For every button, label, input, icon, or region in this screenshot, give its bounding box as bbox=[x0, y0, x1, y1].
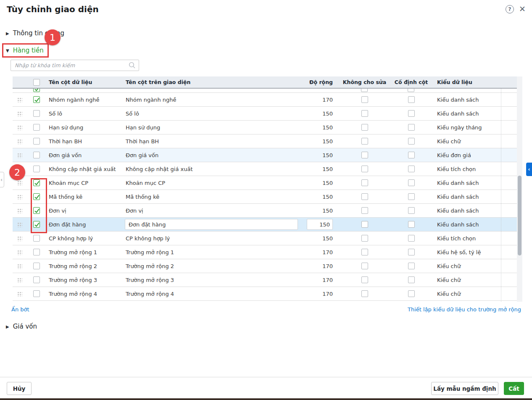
fixed-col-checkbox[interactable] bbox=[408, 179, 415, 186]
fixed-col-cell bbox=[393, 245, 429, 259]
no-edit-cell bbox=[336, 273, 393, 287]
row-checkbox[interactable] bbox=[33, 249, 40, 255]
default-template-button[interactable]: Lấy mẫu ngầm định bbox=[431, 382, 498, 395]
column-data-name: Đơn vị bbox=[47, 204, 124, 217]
fixed-col-checkbox[interactable] bbox=[408, 276, 415, 283]
extended-field-setup-link[interactable]: Thiết lập kiểu dữ liệu cho trường mở rộn… bbox=[408, 306, 521, 313]
cancel-button[interactable]: Hủy bbox=[7, 382, 32, 395]
no-edit-checkbox[interactable] bbox=[361, 96, 368, 103]
row-checkbox[interactable] bbox=[33, 96, 40, 103]
drag-handle[interactable] bbox=[13, 148, 26, 162]
width-input[interactable] bbox=[307, 219, 333, 230]
fixed-col-checkbox[interactable] bbox=[408, 138, 415, 145]
row-checkbox[interactable] bbox=[33, 235, 40, 242]
drag-dots-icon bbox=[17, 153, 22, 158]
drag-handle[interactable] bbox=[13, 287, 26, 300]
row-checkbox[interactable] bbox=[33, 152, 40, 158]
display-name-input[interactable] bbox=[125, 219, 298, 230]
drag-handle[interactable] bbox=[13, 273, 26, 287]
row-checkbox[interactable] bbox=[33, 290, 40, 297]
column-width-cell bbox=[300, 218, 336, 231]
section-gia-von[interactable]: ▶ Giá vốn bbox=[6, 323, 37, 330]
drag-handle[interactable] bbox=[13, 232, 26, 245]
no-edit-checkbox[interactable] bbox=[361, 207, 368, 214]
row-checkbox[interactable] bbox=[33, 263, 40, 269]
fixed-col-checkbox[interactable] bbox=[408, 193, 415, 200]
column-data-name: Trường mở rộng 3 bbox=[47, 273, 124, 287]
scrollbar-thumb[interactable] bbox=[518, 176, 521, 255]
row-checkbox[interactable] bbox=[33, 276, 40, 283]
fixed-col-cell bbox=[393, 107, 429, 120]
column-data-name: Nhóm ngành nghề bbox=[47, 93, 124, 106]
no-edit-checkbox[interactable] bbox=[361, 124, 368, 131]
drag-handle[interactable] bbox=[13, 245, 26, 259]
no-edit-checkbox[interactable] bbox=[361, 235, 368, 242]
no-edit-checkbox[interactable] bbox=[361, 290, 368, 297]
drag-handle[interactable] bbox=[13, 134, 26, 148]
drag-handle[interactable] bbox=[13, 259, 26, 273]
column-data-type: Kiểu danh sách bbox=[429, 176, 517, 189]
search-input[interactable] bbox=[11, 60, 139, 71]
no-edit-checkbox[interactable] bbox=[361, 166, 368, 172]
select-all-checkbox[interactable] bbox=[33, 79, 40, 86]
no-edit-checkbox[interactable] bbox=[361, 179, 368, 186]
drag-handle[interactable] bbox=[13, 121, 26, 134]
row-checkbox[interactable] bbox=[33, 110, 40, 117]
fixed-col-checkbox[interactable] bbox=[408, 152, 415, 158]
fixed-col-cell bbox=[393, 121, 429, 134]
save-button[interactable]: Cất bbox=[504, 382, 524, 395]
row-checkbox[interactable] bbox=[33, 179, 40, 186]
fixed-col-checkbox[interactable] bbox=[408, 207, 415, 214]
fixed-col-checkbox[interactable] bbox=[408, 221, 415, 228]
column-display-name: Trường mở rộng 3 bbox=[124, 273, 300, 287]
row-checkbox[interactable] bbox=[33, 166, 40, 172]
column-data-name: Khoản mục CP bbox=[47, 176, 124, 189]
close-icon[interactable]: ✕ bbox=[517, 4, 527, 14]
left-panel-toggle[interactable]: ‹ bbox=[0, 172, 4, 187]
no-edit-cell bbox=[336, 232, 393, 245]
header-column-data-name: Tên cột dữ liệu bbox=[47, 76, 124, 88]
row-checkbox[interactable] bbox=[33, 193, 40, 200]
table-scrollbar[interactable] bbox=[517, 76, 522, 302]
column-width: 170 bbox=[300, 93, 336, 106]
drag-handle[interactable] bbox=[13, 93, 26, 106]
no-edit-checkbox[interactable] bbox=[361, 221, 368, 228]
no-edit-checkbox[interactable] bbox=[361, 110, 368, 117]
table-row: Không cập nhật giá xuấtKhông cập nhật gi… bbox=[13, 162, 517, 176]
row-checkbox-cell bbox=[26, 190, 47, 203]
no-edit-checkbox[interactable] bbox=[361, 276, 368, 283]
fixed-col-checkbox[interactable] bbox=[408, 166, 415, 172]
row-checkbox[interactable] bbox=[33, 124, 40, 131]
no-edit-checkbox[interactable] bbox=[361, 152, 368, 158]
fixed-col-checkbox[interactable] bbox=[408, 290, 415, 297]
hide-link[interactable]: Ẩn bớt bbox=[11, 306, 29, 313]
fixed-col-checkbox[interactable] bbox=[408, 249, 415, 255]
no-edit-checkbox[interactable] bbox=[361, 138, 368, 145]
drag-handle[interactable] bbox=[13, 218, 26, 231]
column-data-name: Mã thống kê bbox=[47, 190, 124, 203]
no-edit-checkbox[interactable] bbox=[361, 249, 368, 255]
drag-handle[interactable] bbox=[13, 107, 26, 120]
no-edit-cell bbox=[336, 245, 393, 259]
no-edit-checkbox[interactable] bbox=[361, 193, 368, 200]
fixed-col-checkbox[interactable] bbox=[408, 235, 415, 242]
section-hang-tien[interactable]: ▼ Hàng tiền bbox=[6, 47, 44, 54]
column-data-name: CP không hợp lý bbox=[47, 232, 124, 245]
select-all-cell[interactable] bbox=[26, 76, 47, 88]
fixed-col-checkbox[interactable] bbox=[408, 110, 415, 117]
help-icon[interactable]: ? bbox=[506, 5, 514, 13]
drag-handle[interactable] bbox=[13, 190, 26, 203]
no-edit-checkbox[interactable] bbox=[361, 263, 368, 269]
drag-dots-icon bbox=[17, 125, 22, 130]
right-panel-toggle[interactable]: ‹ bbox=[526, 163, 532, 176]
row-checkbox[interactable] bbox=[33, 221, 40, 228]
drag-dots-icon bbox=[17, 97, 22, 103]
drag-handle[interactable] bbox=[13, 204, 26, 217]
row-checkbox[interactable] bbox=[33, 138, 40, 145]
row-checkbox[interactable] bbox=[33, 207, 40, 214]
column-width: 170 bbox=[300, 273, 336, 287]
fixed-col-checkbox[interactable] bbox=[408, 96, 415, 103]
column-width: 150 bbox=[300, 204, 336, 217]
fixed-col-checkbox[interactable] bbox=[408, 124, 415, 131]
fixed-col-checkbox[interactable] bbox=[408, 263, 415, 269]
